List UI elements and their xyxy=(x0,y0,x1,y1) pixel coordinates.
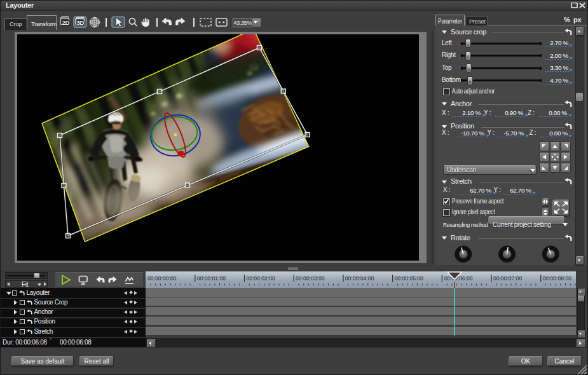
svg-text:00:00:02:00: 00:00:02:00 xyxy=(246,275,275,282)
svg-text:00:00:00:00: 00:00:00:00 xyxy=(147,275,177,282)
svg-text:00:00:01:00: 00:00:01:00 xyxy=(197,275,226,282)
svg-text:00:00:08:00: 00:00:08:00 xyxy=(543,275,572,282)
svg-text:00:00:03:00: 00:00:03:00 xyxy=(296,275,325,282)
svg-text:00:00:04:00: 00:00:04:00 xyxy=(345,275,374,282)
svg-text:00:00:07:00: 00:00:07:00 xyxy=(493,275,523,282)
svg-text:00:00:05:00: 00:00:05:00 xyxy=(395,275,424,282)
